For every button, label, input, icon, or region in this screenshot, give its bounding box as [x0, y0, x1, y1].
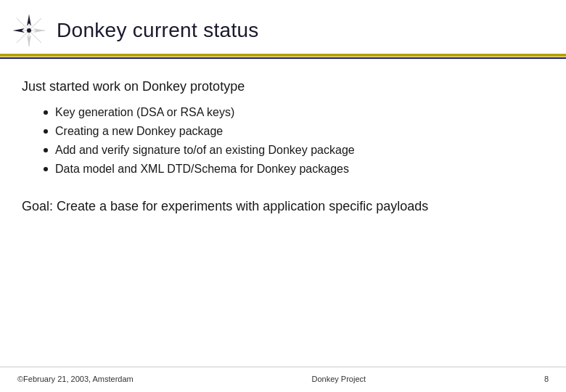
logo-icon	[12, 13, 46, 48]
slide-footer: ©February 21, 2003, Amsterdam Donkey Pro…	[0, 367, 566, 392]
header-divider	[0, 48, 566, 59]
bullet-text: Key generation (DSA or RSA keys)	[55, 106, 234, 119]
slide-header: Donkey current status	[0, 0, 566, 48]
gold-line	[0, 54, 566, 57]
bullet-dot	[44, 148, 48, 152]
bullet-text: Data model and XML DTD/Schema for Donkey…	[55, 163, 349, 176]
list-item: Key generation (DSA or RSA keys)	[44, 106, 537, 119]
svg-point-8	[27, 28, 31, 33]
slide-content: Just started work on Donkey prototype Ke…	[0, 59, 566, 367]
slide: Donkey current status Just started work …	[0, 0, 566, 392]
slide-title: Donkey current status	[57, 19, 259, 42]
bullet-dot	[44, 110, 48, 115]
footer-page-number: 8	[544, 375, 549, 383]
list-item: Creating a new Donkey package	[44, 125, 537, 138]
intro-text: Just started work on Donkey prototype	[22, 79, 537, 94]
bullet-dot	[44, 129, 48, 134]
list-item: Add and verify signature to/of an existi…	[44, 144, 537, 157]
footer-center: Donkey Project	[312, 375, 366, 383]
bullet-text: Creating a new Donkey package	[55, 125, 223, 138]
bullet-dot	[44, 167, 48, 171]
footer-left: ©February 21, 2003, Amsterdam	[17, 375, 134, 383]
bullet-text: Add and verify signature to/of an existi…	[55, 144, 355, 157]
goal-text: Goal: Create a base for experiments with…	[22, 197, 537, 216]
bullet-list: Key generation (DSA or RSA keys) Creatin…	[44, 106, 537, 176]
list-item: Data model and XML DTD/Schema for Donkey…	[44, 163, 537, 176]
